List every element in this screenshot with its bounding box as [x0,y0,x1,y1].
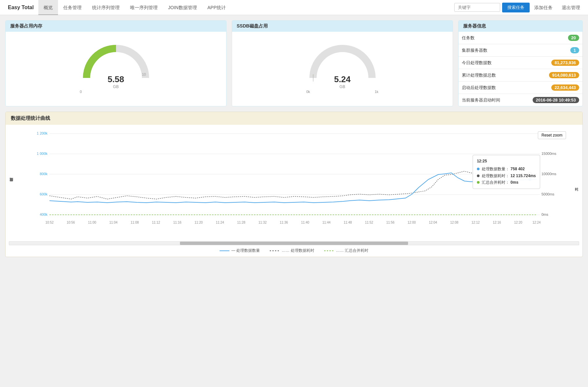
server-info-header: 服务器信息 [459,21,582,32]
memory-panel-body: 10 5.58 GB 0 [6,32,226,102]
server-info-panel: 服务器信息 任务数 20 集群服务器数 1 今日处理数据数 81,273,936… [458,20,583,106]
svg-text:11:16: 11:16 [173,221,181,224]
server-info-row: 集群服务器数 1 [459,44,582,57]
server-info-body: 任务数 20 集群服务器数 1 今日处理数据数 81,273,936 累计处理数… [459,32,582,106]
legend-label-time: …… 处理数据耗时 [282,248,314,253]
ssdb-value: 5.24 [334,74,351,84]
server-info-value: 2016-06-28 10:49:53 [515,94,582,106]
ssdb-unit: GB [334,84,351,89]
server-info-label: 今日处理数据数 [459,57,515,69]
chart-body: Reset zoom 处理数据数量 1 200k 1 000k 800k 600… [6,125,582,257]
tooltip-row3-label: 汇总合并耗时： [482,180,509,185]
nav-item-app-stat[interactable]: APP统计 [202,0,231,15]
nav-item-overview[interactable]: 概览 [38,0,58,15]
brand-logo: Easy Total [3,5,38,10]
svg-text:10: 10 [142,72,146,76]
svg-text:12:08: 12:08 [450,221,458,224]
tooltip-row2-value: 12 115.724ms [511,174,536,178]
svg-text:15000ms: 15000ms [541,152,557,156]
svg-text:5000ms: 5000ms [541,192,555,196]
svg-text:12:24: 12:24 [532,221,540,224]
search-area: 搜索任务 [454,3,530,12]
svg-text:12:16: 12:16 [493,221,501,224]
server-info-value: 81,273,936 [515,57,582,69]
tooltip-box: 12:25 处理数据数量： 758 402 处理数据耗时： 12 115.724… [473,155,540,189]
ssdb-gauge-labels: 0k 1k [306,90,379,94]
nav-item-task[interactable]: 任务管理 [58,0,87,15]
chart-legend: — 处理数据数量 …… 处理数据耗时 …… 汇总合并耗时 [9,248,579,253]
tooltip-time: 12:25 [477,158,536,164]
tooltip-row1-value: 758 402 [511,167,525,171]
chart-wrapper: Reset zoom 处理数据数量 1 200k 1 000k 800k 600… [9,129,579,253]
ssdb-max-label: 1k [375,90,379,94]
svg-text:12:00: 12:00 [407,221,416,224]
scrollbar-thumb[interactable] [180,242,408,245]
tooltip-row1-label: 处理数据数量： [482,167,509,171]
svg-text:11:28: 11:28 [237,221,245,224]
server-info-value: 22,634,443 [515,82,582,94]
ssdb-panel: SSDB磁盘占用 5.24 GB 0k 1k [232,20,453,106]
search-input[interactable] [454,3,500,12]
legend-item-merge: …… 汇总合并耗时 [324,248,368,253]
svg-text:11:44: 11:44 [322,221,330,224]
server-info-label: 当前服务器启动时间 [459,94,515,106]
svg-text:600k: 600k [40,192,48,196]
reset-zoom-button[interactable]: Reset zoom [538,131,566,139]
ssdb-min-label: 0k [306,90,310,94]
svg-text:11:36: 11:36 [280,221,288,224]
svg-text:11:08: 11:08 [130,221,139,224]
chart-section: 数据处理统计曲线 Reset zoom 处理数据数量 1 200k 1 000k… [5,112,583,257]
server-info-label: 启动后处理数据数 [459,82,515,94]
tooltip-row3-value: 0ms [511,180,519,185]
nav-item-unique-queue[interactable]: 唯一序列管理 [125,0,163,15]
svg-text:400k: 400k [40,212,48,216]
svg-text:11:04: 11:04 [109,221,117,224]
svg-text:11:20: 11:20 [194,221,203,224]
server-info-row: 任务数 20 [459,32,582,44]
tooltip-row3: 汇总合并耗时： 0ms [477,179,536,186]
svg-text:11:24: 11:24 [216,221,224,224]
svg-text:10000ms: 10000ms [541,172,557,176]
legend-line-dotted [324,250,334,251]
chart-area: 处理数据数量 1 200k 1 000k 800k 600k 400k 2000… [9,129,579,240]
svg-text:11:52: 11:52 [365,221,373,224]
exit-manage-link[interactable]: 退出管理 [557,0,585,15]
ssdb-panel-header: SSDB磁盘占用 [232,21,453,32]
svg-text:11:32: 11:32 [258,221,266,224]
nav-item-stat-queue[interactable]: 统计序列管理 [87,0,125,15]
server-info-label: 任务数 [459,32,515,44]
svg-text:800k: 800k [40,172,48,176]
server-info-value: 1 [515,44,582,57]
search-button[interactable]: 搜索任务 [502,3,530,12]
legend-item-time: …… 处理数据耗时 [270,248,314,253]
svg-text:10:52: 10:52 [45,221,53,224]
memory-gauge: 10 5.58 GB 0 [11,37,221,97]
server-info-label: 集群服务器数 [459,44,515,57]
tooltip-dot1 [477,168,480,170]
legend-line-dashed [270,250,280,251]
server-info-row: 启动后处理数据数 22,634,443 [459,82,582,94]
svg-text:11:00: 11:00 [88,221,96,224]
server-info-label: 累计处理数据总数 [459,69,515,82]
chart-svg-container: 1 200k 1 000k 800k 600k 400k 20000ms 150… [15,129,573,240]
server-info-row: 累计处理数据总数 914,080,613 [459,69,582,82]
server-info-table: 任务数 20 集群服务器数 1 今日处理数据数 81,273,936 累计处理数… [459,32,582,106]
legend-line-solid [220,250,229,251]
svg-text:11:40: 11:40 [301,221,309,224]
top-panels: 服务器占用内存 10 5.58 GB [5,20,583,106]
svg-text:11:56: 11:56 [386,221,394,224]
server-info-row: 当前服务器启动时间 2016-06-28 10:49:53 [459,94,582,106]
chart-scrollbar[interactable] [9,241,579,245]
main-content: 服务器占用内存 10 5.58 GB [0,15,588,262]
svg-text:10:56: 10:56 [67,221,75,224]
server-info-value: 914,080,613 [515,69,582,82]
add-task-link[interactable]: 添加任务 [530,0,557,15]
nav-bar: Easy Total 概览 任务管理 统计序列管理 唯一序列管理 JOIN数据管… [0,0,588,15]
memory-panel-header: 服务器占用内存 [6,21,226,32]
nav-item-join[interactable]: JOIN数据管理 [163,0,202,15]
server-info-value: 20 [515,32,582,44]
legend-label-merge: …… 汇总合并耗时 [336,248,368,253]
tooltip-row1: 处理数据数量： 758 402 [477,166,536,172]
ssdb-panel-body: 5.24 GB 0k 1k [232,32,453,102]
legend-item-data: — 处理数据数量 [220,248,260,253]
